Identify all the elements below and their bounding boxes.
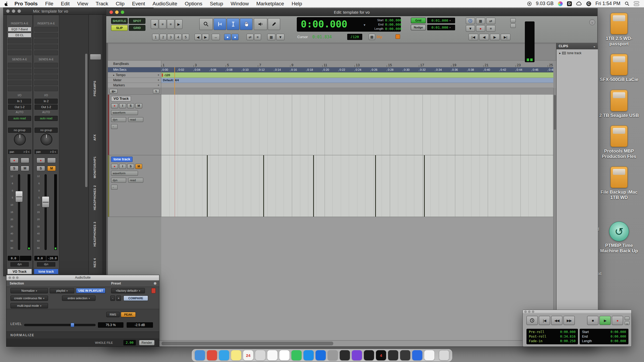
send-slot-empty[interactable]: [8, 80, 31, 85]
books-dock-icon[interactable]: [424, 350, 434, 360]
fast-forward-button[interactable]: ▶▶: [564, 316, 575, 325]
edit-titlebar[interactable]: Edit: template for vo: [106, 9, 597, 16]
fade-in-icon[interactable]: ⇄: [247, 34, 254, 40]
app-store-dock-icon[interactable]: [316, 350, 326, 360]
insert-slot-empty[interactable]: [34, 33, 58, 38]
insert-slot-empty[interactable]: [8, 39, 31, 43]
peak-value[interactable]: [20, 256, 31, 261]
automation-mode-button[interactable]: auto read: [8, 116, 31, 121]
tab-forward-icon[interactable]: ▶: [202, 34, 209, 40]
pan-knob[interactable]: [14, 134, 26, 145]
clips-disclosure-icon[interactable]: ⌄: [593, 44, 596, 48]
track-name[interactable]: VO Track: [7, 269, 32, 274]
toolbar-mini-button[interactable]: [510, 24, 516, 28]
ruler-bars-beats[interactable]: Bars|Beats: [108, 61, 161, 67]
preset-selector[interactable]: <factory default>▾: [111, 288, 145, 293]
photos-dock-icon[interactable]: [279, 350, 290, 360]
preroll-value[interactable]: 0:00.000: [560, 330, 576, 334]
delay-indicator-icon[interactable]: [396, 34, 400, 39]
zoom-icon[interactable]: [16, 276, 19, 279]
slip-mode-button[interactable]: SLIP: [111, 25, 128, 31]
plugin-selector[interactable]: Normalize▾: [10, 288, 48, 293]
notes-dock-icon[interactable]: [231, 350, 241, 360]
zoomer-tool-button[interactable]: [199, 18, 213, 30]
bars-ruler[interactable]: 135791113151719212325: [161, 61, 553, 67]
finder-dock-icon[interactable]: [195, 350, 205, 360]
send-slot-empty[interactable]: [34, 80, 58, 85]
record-enable-button[interactable]: ●: [36, 158, 45, 163]
aux-track-name[interactable]: PREAMPS: [93, 81, 96, 96]
aux-track-name[interactable]: NES 4: [93, 258, 96, 267]
nudge-value-label[interactable]: Nudge: [411, 25, 426, 30]
separate-clip-icon[interactable]: ▦: [267, 34, 275, 40]
record-enable-button[interactable]: ●: [111, 103, 118, 108]
vertical-scrollbar[interactable]: [553, 88, 556, 341]
empty-track-area[interactable]: [161, 217, 553, 341]
tempo-readout[interactable]: ♪120: [347, 34, 362, 40]
solo-button[interactable]: S: [127, 103, 134, 108]
preset-prev-icon[interactable]: -: [110, 295, 115, 301]
scroll-thumb[interactable]: [554, 95, 556, 130]
minimize-icon[interactable]: [12, 276, 15, 279]
record-button[interactable]: ●: [612, 316, 623, 325]
menu-item[interactable]: File: [41, 1, 57, 7]
close-icon[interactable]: [524, 311, 527, 313]
automation-lane-selector[interactable]: dyn▾: [111, 178, 126, 183]
grid-value[interactable]: 0:01.000▾: [427, 18, 455, 23]
fade-out-icon[interactable]: ≡: [254, 34, 261, 40]
track-name[interactable]: tone track: [111, 157, 133, 162]
tab-to-transient-icon[interactable]: ◀: [195, 34, 202, 40]
minimize-icon[interactable]: [12, 9, 15, 13]
zoom-icon[interactable]: [532, 311, 534, 313]
play-button[interactable]: ▶: [599, 316, 611, 325]
track-view-selector[interactable]: waveform▾: [111, 171, 138, 176]
insert-slot-empty[interactable]: [34, 39, 58, 43]
input-monitor-button[interactable]: [47, 158, 56, 163]
clips-header[interactable]: CLIPS ⌄: [557, 43, 598, 49]
menu-item[interactable]: Setup: [206, 1, 227, 7]
minimize-icon[interactable]: [115, 10, 119, 14]
track-lane-tone[interactable]: [161, 155, 553, 217]
clip-boundary[interactable]: [313, 155, 314, 217]
fader-cap[interactable]: [15, 191, 23, 202]
zoom-icon[interactable]: [121, 10, 124, 14]
pencil-tool-button[interactable]: [268, 18, 280, 30]
automation-mode-button[interactable]: auto read: [35, 116, 58, 121]
whole-file-value[interactable]: 2.00: [123, 340, 136, 345]
plugin-settings-icon[interactable]: ◉: [154, 281, 156, 285]
use-in-playlist-button[interactable]: USE IN PLAYLIST: [76, 288, 105, 293]
ruler-min-secs[interactable]: Min:Secs: [108, 67, 161, 72]
add-tempo-icon[interactable]: +: [158, 73, 159, 77]
transport-rewind-icon[interactable]: ◀: [479, 34, 489, 40]
track-lane-vo[interactable]: [161, 95, 553, 155]
dly-indicator[interactable]: Dly: [377, 35, 382, 39]
insert-slot[interactable]: D3 CL: [8, 33, 31, 38]
quad-app-dock-icon[interactable]: 4: [376, 350, 386, 360]
menu-item[interactable]: Track: [92, 1, 112, 7]
d-app-icon[interactable]: D: [567, 1, 572, 6]
c-app-icon[interactable]: C: [586, 1, 591, 6]
playlist-selector[interactable]: playlist▾: [50, 288, 74, 293]
close-plugin-icon[interactable]: [151, 288, 156, 293]
trim-tool-button[interactable]: [214, 18, 226, 30]
level-slider[interactable]: [24, 324, 96, 326]
peak-value[interactable]: -20.0: [46, 256, 58, 261]
control-center-icon[interactable]: [634, 1, 639, 6]
tempo-ruler[interactable]: ♪120: [161, 72, 553, 78]
aux-track-name[interactable]: HEADPHONES 2: [93, 185, 96, 210]
input-monitor-button[interactable]: [21, 158, 29, 163]
cloud-icon[interactable]: [576, 2, 582, 6]
zoom-preset-3[interactable]: 3: [167, 34, 174, 40]
grid-mode-button[interactable]: GRID: [129, 25, 145, 31]
transport-titlebar[interactable]: [523, 310, 631, 314]
link-timeline-icon[interactable]: ▦: [476, 18, 485, 24]
delay-compensation-icon[interactable]: ▦: [369, 34, 375, 40]
clip-boundary[interactable]: [207, 155, 208, 217]
plugin-app-dock-icon[interactable]: [364, 350, 374, 360]
insertion-follows-playback-icon[interactable]: ●: [224, 34, 231, 40]
insert-slot-empty[interactable]: [34, 50, 58, 55]
clip-boundary[interactable]: [375, 155, 376, 217]
tempo-change-marker[interactable]: [162, 73, 163, 77]
zoom-in-button[interactable]: ▶: [175, 19, 182, 29]
meter-ruler[interactable]: Default: 4/4: [161, 78, 553, 83]
